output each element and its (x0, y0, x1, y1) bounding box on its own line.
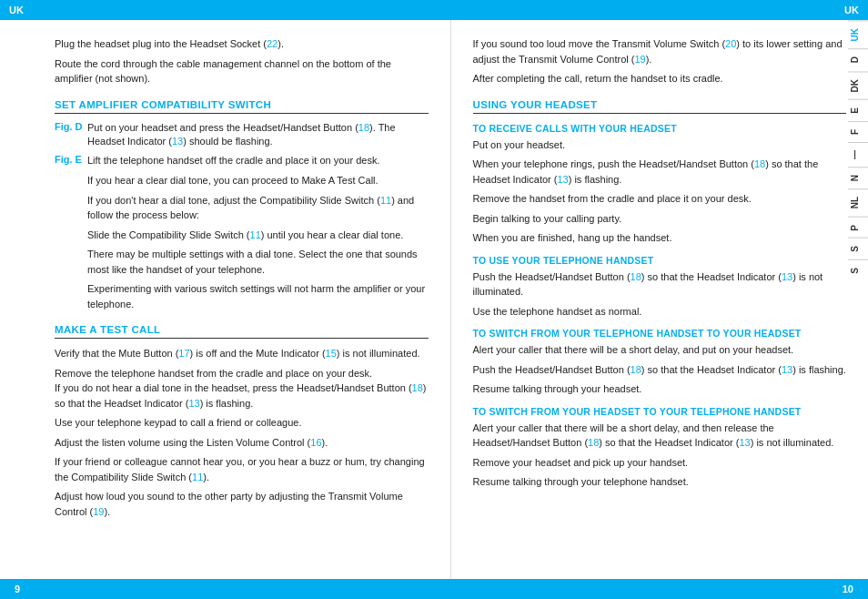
page-num-right: 10 (837, 582, 859, 596)
side-tab-dash: — (848, 142, 868, 167)
side-tab-n: N (848, 167, 868, 188)
side-tab-dk: DK (848, 71, 868, 99)
test-para-1: Verify that the Mute Button (17) is off … (55, 346, 429, 361)
test-para-3: Use your telephone keypad to call a frie… (55, 415, 429, 431)
using-headset-heading: USING YOUR HEADSET (473, 99, 847, 114)
side-tab-uk: UK (848, 20, 868, 48)
use-telephone-para-2: Use the telephone handset as normal. (473, 304, 847, 320)
bottom-bar: 9 10 (0, 579, 868, 599)
fig-e-row: Fig. E Lift the telephone handset off th… (55, 154, 429, 168)
fig-d-text: Put on your headset and press the Headse… (87, 121, 429, 150)
test-para-2: Remove the telephone handset from the cr… (55, 366, 429, 411)
make-test-heading: MAKE A TEST CALL (55, 324, 429, 339)
right-intro-2: After completing the call, return the ha… (473, 71, 847, 86)
top-bar-left-label: UK (9, 5, 24, 15)
side-tab-e: E (848, 99, 868, 121)
top-bar-right-label: UK (844, 5, 859, 15)
test-para-4: Adjust the listen volume using the Liste… (55, 435, 429, 451)
receive-para-4: Begin talking to your calling party. (473, 211, 847, 227)
side-tab-d: D (848, 48, 868, 70)
test-para-5: If your friend or colleague cannot hear … (55, 454, 429, 484)
right-page: If you sound too loud move the Transmit … (451, 20, 869, 579)
top-bar: UK UK (0, 0, 868, 20)
switch-headset-para-1: Alert your caller that there will be a s… (473, 342, 847, 358)
test-para-6: Adjust how loud you sound to the other p… (55, 489, 429, 519)
left-page: Plug the headset plug into the Headset S… (0, 20, 451, 579)
amp-step-1: If you hear a clear dial tone, you can p… (55, 173, 429, 188)
amp-step-5: Experimenting with various switch settin… (55, 281, 429, 311)
receive-para-3: Remove the handset from the cradle and p… (473, 191, 847, 207)
use-telephone-para-1: Push the Headset/Handset Button (18) so … (473, 269, 847, 300)
switch-handset-para-2: Remove your headset and pick up your han… (473, 455, 847, 471)
amp-step-3: Slide the Compatibility Slide Switch (11… (55, 228, 429, 243)
num-22: 22 (267, 38, 278, 49)
fig-d-label: Fig. D (55, 121, 87, 150)
fig-d-row: Fig. D Put on your headset and press the… (55, 121, 429, 150)
fig-e-label: Fig. E (55, 154, 87, 168)
switch-to-headset-heading: TO SWITCH FROM YOUR TELEPHONE HANDSET TO… (473, 328, 847, 339)
switch-handset-para-1: Alert your caller that there will be a s… (473, 421, 847, 451)
page-num-left: 9 (9, 582, 25, 596)
receive-para-2: When your telephone rings, push the Head… (473, 157, 847, 187)
side-tab-f: F (848, 121, 868, 142)
side-tabs: UK D DK E F — N NL P S S (848, 20, 868, 579)
switch-to-handset-heading: TO SWITCH FROM YOUR HEADSET TO YOUR TELE… (473, 406, 847, 417)
side-tab-nl: NL (848, 188, 868, 216)
side-tab-s1: S (848, 238, 868, 259)
receive-para-1: Put on your headset. (473, 137, 847, 153)
use-telephone-heading: TO USE YOUR TELEPHONE HANDSET (473, 255, 847, 266)
switch-headset-para-3: Resume talking through your headset. (473, 381, 847, 397)
receive-para-5: When you are finished, hang up the hands… (473, 230, 847, 246)
switch-headset-para-2: Push the Headset/Handset Button (18) so … (473, 362, 847, 378)
side-tab-p: P (848, 217, 868, 239)
side-tab-s2: S (848, 259, 868, 281)
switch-handset-para-3: Resume talking through your telephone ha… (473, 474, 847, 490)
set-amp-heading: SET AMPLIFIER COMPATIBILITY SWITCH (55, 99, 429, 114)
amp-step-4: There may be multiple settings with a di… (55, 247, 429, 277)
intro-text-2: Route the cord through the cable managem… (55, 56, 429, 86)
intro-text-1: Plug the headset plug into the Headset S… (55, 36, 429, 52)
main-container: Plug the headset plug into the Headset S… (0, 20, 868, 579)
right-intro-1: If you sound too loud move the Transmit … (473, 36, 847, 66)
amp-step-2: If you don't hear a dial tone, adjust th… (55, 193, 429, 223)
fig-e-text: Lift the telephone handset off the cradl… (87, 154, 379, 168)
receive-calls-heading: TO RECEIVE CALLS WITH YOUR HEADSET (473, 123, 847, 134)
